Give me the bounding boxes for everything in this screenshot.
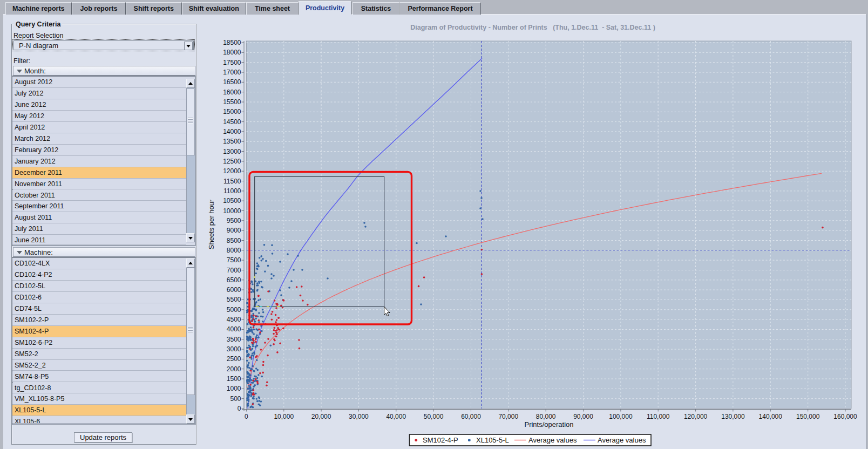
svg-text:0: 0 — [245, 413, 248, 420]
svg-text:100,000: 100,000 — [609, 413, 633, 420]
svg-text:8500: 8500 — [227, 237, 241, 244]
svg-text:4000: 4000 — [227, 325, 241, 333]
svg-text:Average values: Average values — [598, 436, 646, 444]
svg-text:3000: 3000 — [227, 345, 241, 353]
svg-text:80,000: 80,000 — [536, 413, 556, 420]
svg-text:140,000: 140,000 — [759, 413, 783, 420]
svg-text:0: 0 — [238, 405, 241, 412]
svg-text:1000: 1000 — [227, 385, 241, 392]
svg-text:10500: 10500 — [223, 197, 241, 205]
svg-text:9000: 9000 — [227, 227, 241, 234]
svg-text:XL105-5-L: XL105-5-L — [476, 436, 509, 444]
svg-text:30,000: 30,000 — [349, 413, 369, 420]
svg-text:13000: 13000 — [223, 148, 241, 155]
svg-text:5500: 5500 — [227, 296, 241, 303]
svg-text:13500: 13500 — [223, 138, 241, 145]
svg-text:Sheets per hour: Sheets per hour — [207, 199, 215, 249]
svg-text:50,000: 50,000 — [424, 413, 444, 420]
svg-text:15500: 15500 — [223, 98, 241, 106]
svg-text:500: 500 — [230, 395, 241, 403]
svg-text:Prints/operation: Prints/operation — [524, 420, 573, 428]
svg-text:7000: 7000 — [227, 267, 241, 274]
svg-text:14000: 14000 — [223, 128, 241, 135]
svg-text:160,000: 160,000 — [833, 413, 857, 420]
svg-text:20,000: 20,000 — [311, 413, 331, 420]
svg-text:4500: 4500 — [227, 316, 241, 323]
svg-text:17500: 17500 — [223, 59, 241, 66]
svg-text:16000: 16000 — [223, 89, 241, 96]
svg-text:70,000: 70,000 — [498, 413, 518, 420]
svg-text:3500: 3500 — [227, 336, 241, 343]
svg-text:150,000: 150,000 — [796, 413, 820, 420]
svg-text:2500: 2500 — [227, 355, 241, 363]
svg-text:14500: 14500 — [223, 118, 241, 126]
svg-text:120,000: 120,000 — [684, 413, 708, 420]
svg-text:11000: 11000 — [223, 187, 241, 195]
svg-text:6500: 6500 — [227, 276, 241, 284]
svg-text:5000: 5000 — [227, 306, 241, 314]
svg-text:1500: 1500 — [227, 375, 241, 383]
svg-text:Diagram of Productivity - Numb: Diagram of Productivity - Number of Prin… — [410, 24, 655, 31]
svg-text:12500: 12500 — [223, 158, 241, 165]
svg-text:130,000: 130,000 — [721, 413, 745, 420]
svg-text:40,000: 40,000 — [386, 413, 406, 420]
svg-text:16500: 16500 — [223, 78, 241, 86]
svg-text:Average values: Average values — [528, 436, 577, 444]
svg-text:90,000: 90,000 — [573, 413, 593, 420]
svg-text:17000: 17000 — [223, 69, 241, 76]
svg-text:15000: 15000 — [223, 108, 241, 115]
svg-text:18000: 18000 — [223, 49, 241, 56]
svg-text:11500: 11500 — [223, 178, 241, 185]
svg-text:6000: 6000 — [227, 286, 241, 294]
svg-text:10000: 10000 — [223, 207, 241, 215]
svg-text:2000: 2000 — [227, 365, 241, 373]
svg-text:8000: 8000 — [227, 247, 241, 254]
svg-text:SM102-4-P: SM102-4-P — [423, 436, 458, 444]
svg-text:9500: 9500 — [227, 217, 241, 224]
svg-text:18500: 18500 — [223, 39, 241, 46]
svg-text:12000: 12000 — [223, 167, 241, 175]
svg-text:60,000: 60,000 — [461, 413, 481, 420]
svg-text:110,000: 110,000 — [647, 413, 670, 420]
svg-text:7500: 7500 — [227, 256, 241, 264]
svg-text:10,000: 10,000 — [274, 413, 294, 420]
